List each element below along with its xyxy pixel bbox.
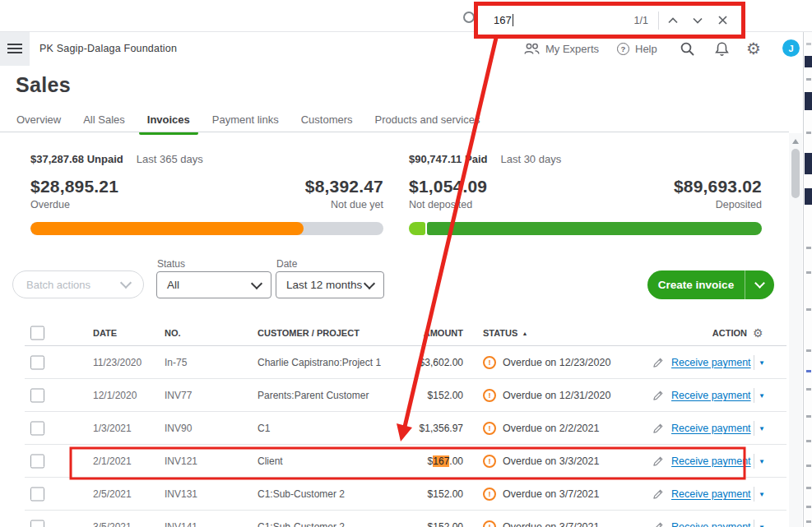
action-dropdown-caret[interactable]: ▼ xyxy=(759,425,765,432)
tab-overview[interactable]: Overview xyxy=(16,113,61,133)
not-due-label: Not due yet xyxy=(331,199,383,210)
tab-invoices[interactable]: Invoices xyxy=(147,113,190,133)
action-dropdown-caret[interactable]: ▼ xyxy=(759,458,765,465)
row-checkbox[interactable] xyxy=(30,389,44,403)
edit-pencil-icon[interactable] xyxy=(652,423,664,434)
tab-customers[interactable]: Customers xyxy=(301,113,353,133)
row-checkbox[interactable] xyxy=(30,488,44,502)
table-settings-gear-icon[interactable]: ⚙ xyxy=(753,327,763,339)
find-next-button[interactable] xyxy=(685,8,710,33)
action-dropdown-caret[interactable]: ▼ xyxy=(759,524,765,527)
find-previous-button[interactable] xyxy=(661,8,685,33)
user-avatar[interactable]: J xyxy=(782,39,800,57)
batch-actions-label: Batch actions xyxy=(26,279,90,291)
sort-ascending-icon: ▲ xyxy=(522,331,527,336)
cell-customer-project: C1:Sub-Customer 2 xyxy=(258,488,345,500)
row-checkbox[interactable] xyxy=(30,455,44,469)
chevron-down-icon xyxy=(120,277,132,289)
cell-status: Overdue on 2/2/2021 xyxy=(503,423,599,434)
page-title: Sales xyxy=(16,73,71,97)
column-header-amount[interactable]: AMOUNT xyxy=(362,328,463,338)
overdue-bar-fill xyxy=(30,222,304,235)
chevron-down-icon xyxy=(693,17,703,24)
tab-all-sales[interactable]: All Sales xyxy=(83,113,125,133)
tabs-divider xyxy=(0,132,789,132)
cell-date: 2/1/2021 xyxy=(93,455,132,467)
action-divider xyxy=(754,421,754,436)
select-all-checkbox[interactable] xyxy=(30,326,44,340)
find-query-input[interactable]: 167 xyxy=(494,14,512,26)
scrollbar-thumb[interactable] xyxy=(791,149,800,198)
overdue-warning-icon: ! xyxy=(483,455,496,468)
status-filter-value: All xyxy=(167,279,179,291)
receive-payment-link[interactable]: Receive payment xyxy=(671,357,751,368)
cell-customer-project: C1:Sub-Customer 2 xyxy=(258,521,345,527)
cell-date: 12/1/2020 xyxy=(93,390,137,401)
action-dropdown-caret[interactable]: ▼ xyxy=(759,491,765,498)
chevron-down-icon xyxy=(251,277,262,289)
tab-payment-links[interactable]: Payment links xyxy=(212,113,279,133)
action-divider xyxy=(754,487,754,502)
hamburger-menu-button[interactable] xyxy=(0,31,30,66)
company-name: PK Sagip-Dalaga Foundation xyxy=(39,31,177,66)
edit-pencil-icon[interactable] xyxy=(652,521,664,527)
invoice-row: 12/1/2020 INV77 Parents:Parent Customer … xyxy=(0,379,812,412)
find-match-count: 1/1 xyxy=(634,15,648,26)
edit-pencil-icon[interactable] xyxy=(652,357,664,368)
chevron-down-icon xyxy=(364,277,375,289)
overdue-label: Overdue xyxy=(30,199,70,210)
receive-payment-link[interactable]: Receive payment xyxy=(671,521,751,527)
cell-date: 2/5/2021 xyxy=(93,488,132,500)
invoice-table-body: 11/23/2020 In-75 Charlie Capistrano:Proj… xyxy=(0,346,812,527)
date-filter-value: Last 12 months xyxy=(286,279,362,291)
paid-period: Last 30 days xyxy=(500,153,561,165)
edit-pencil-icon[interactable] xyxy=(652,455,664,467)
cell-customer-project: Client xyxy=(258,455,283,467)
invoice-table-header: DATE NO. CUSTOMER / PROJECT AMOUNT STATU… xyxy=(0,319,812,346)
receive-payment-link[interactable]: Receive payment xyxy=(671,455,751,467)
background-window-sliver xyxy=(803,0,812,527)
cell-amount: $152.00 xyxy=(362,390,463,401)
deposited-amount: $89,693.02 xyxy=(674,177,762,196)
my-experts-label: My Experts xyxy=(545,43,599,55)
not-deposited-amount: $1,054.09 xyxy=(409,177,487,196)
receive-payment-link[interactable]: Receive payment xyxy=(671,390,751,401)
not-deposited-label: Not deposited xyxy=(409,199,472,210)
cell-status: Overdue on 12/31/2020 xyxy=(503,390,610,401)
edit-pencil-icon[interactable] xyxy=(652,390,664,401)
cell-customer-project: C1 xyxy=(258,423,270,434)
receive-payment-link[interactable]: Receive payment xyxy=(671,423,751,434)
column-header-no[interactable]: NO. xyxy=(165,328,181,338)
cell-invoice-number: INV141 xyxy=(165,521,197,527)
create-invoice-dropdown[interactable] xyxy=(745,283,774,287)
column-header-customer[interactable]: CUSTOMER / PROJECT xyxy=(258,328,360,338)
overdue-warning-icon: ! xyxy=(483,488,496,501)
find-in-page-bar[interactable]: 167 1/1 xyxy=(474,2,745,39)
row-checkbox[interactable] xyxy=(30,356,44,370)
find-divider xyxy=(658,12,659,30)
batch-actions-dropdown[interactable]: Batch actions xyxy=(12,270,144,298)
edit-pencil-icon[interactable] xyxy=(652,488,664,500)
status-filter-select[interactable]: All xyxy=(156,271,271,298)
cell-amount: $152.00 xyxy=(362,521,463,527)
receive-payment-link[interactable]: Receive payment xyxy=(671,488,751,500)
scrollbar-up-arrow[interactable] xyxy=(792,139,799,144)
column-header-date[interactable]: DATE xyxy=(93,328,117,338)
overdue-warning-icon: ! xyxy=(483,422,496,435)
action-dropdown-caret[interactable]: ▼ xyxy=(759,392,765,400)
find-close-button[interactable] xyxy=(710,8,735,33)
row-checkbox[interactable] xyxy=(30,520,44,527)
date-filter-select[interactable]: Last 12 months xyxy=(276,271,384,298)
column-header-status[interactable]: STATUS▲ xyxy=(483,328,527,338)
row-checkbox[interactable] xyxy=(30,422,44,436)
create-invoice-button[interactable]: Create invoice xyxy=(647,270,774,299)
column-header-action[interactable]: ACTION xyxy=(691,328,747,338)
action-dropdown-caret[interactable]: ▼ xyxy=(759,359,765,367)
deposited-bar-segment xyxy=(427,222,762,235)
cell-amount: $3,602.00 xyxy=(362,357,463,368)
action-divider xyxy=(754,355,754,370)
sales-tabs: Overview All Sales Invoices Payment link… xyxy=(16,113,480,133)
not-due-amount: $8,392.47 xyxy=(305,177,383,196)
status-filter-label: Status xyxy=(157,258,185,270)
tab-products-services[interactable]: Products and services xyxy=(375,113,480,133)
